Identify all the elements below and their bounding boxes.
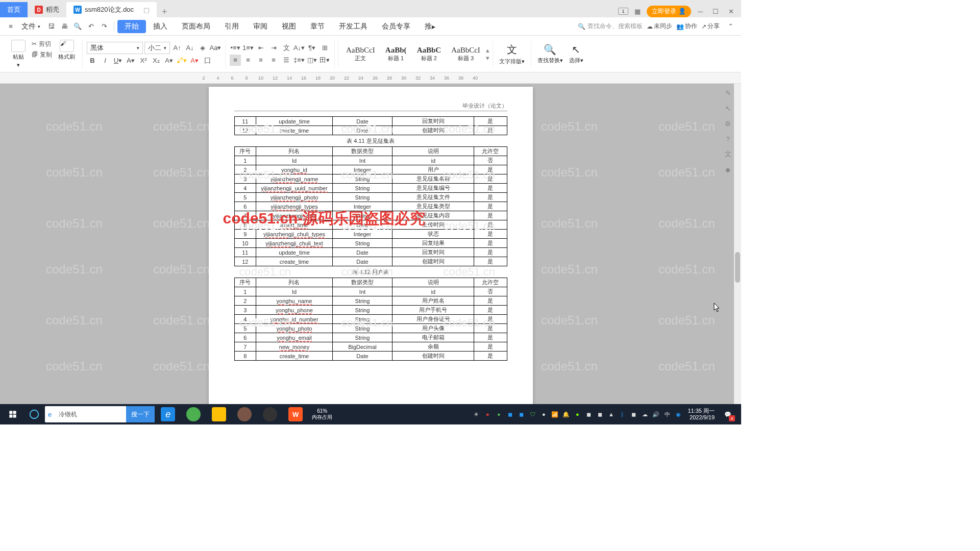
- share-button[interactable]: ↗ 分享: [701, 22, 720, 31]
- copy-button[interactable]: 🗐 复制: [32, 51, 52, 59]
- redo-icon[interactable]: ↷: [99, 21, 110, 32]
- scroll-thumb[interactable]: [735, 252, 740, 283]
- undo-icon[interactable]: ↶: [85, 21, 96, 32]
- table-412[interactable]: 序号列名数据类型说明允许空 1IdIntid否2yonghu_nameStrin…: [234, 278, 507, 361]
- table-411[interactable]: 序号列名数据类型说明允许空 1IdIntid否2yonghu_idInteger…: [234, 146, 507, 266]
- increase-font-icon[interactable]: A↑: [172, 42, 183, 54]
- document-page[interactable]: code51.cn-源码乐园盗图必究 code51.cn code51.cn c…: [209, 87, 533, 411]
- ai-icon[interactable]: ◆: [723, 164, 733, 174]
- menu-references[interactable]: 引用: [217, 17, 246, 36]
- underline-button[interactable]: U▾: [112, 55, 124, 66]
- notifications-icon[interactable]: 💬4: [720, 406, 736, 422]
- ime-icon[interactable]: 中: [663, 410, 671, 418]
- styles-up-icon[interactable]: ▴: [486, 46, 489, 54]
- highlight-button[interactable]: 🖍▾: [176, 55, 187, 66]
- menu-more[interactable]: 推▸: [418, 17, 443, 36]
- increase-indent-icon[interactable]: ⇥: [268, 42, 279, 54]
- translate-icon[interactable]: 文: [723, 149, 733, 159]
- italic-button[interactable]: I: [100, 55, 111, 66]
- sort-icon[interactable]: A↓▾: [293, 42, 305, 54]
- bell-icon[interactable]: 🔔: [562, 410, 570, 418]
- print-icon[interactable]: 🖶: [59, 21, 70, 32]
- tab-document[interactable]: Wssm820论文.doc ▢: [66, 2, 157, 17]
- search-input[interactable]: 冷镦机: [55, 410, 126, 419]
- tray-icon[interactable]: ◼: [629, 410, 638, 418]
- help-icon[interactable]: ?: [723, 134, 733, 144]
- styles-gallery[interactable]: AaBbCcI正文 AaBb(标题 1 AaBbC标题 2 AaBbCcI标题 …: [341, 43, 489, 65]
- tray-icon[interactable]: ◼: [517, 410, 525, 418]
- menu-devtools[interactable]: 开发工具: [332, 17, 375, 36]
- select-button[interactable]: ↖选择▾: [566, 43, 586, 64]
- line-spacing-icon[interactable]: ‡≡▾: [293, 55, 305, 66]
- task-app2[interactable]: [258, 405, 282, 423]
- ruler[interactable]: 246810121416182022242628303234363840: [0, 72, 741, 84]
- text-layout-button[interactable]: 文文字排版▾: [496, 43, 528, 65]
- close-button[interactable]: ✕: [725, 5, 737, 17]
- wifi-icon[interactable]: 📶: [551, 410, 559, 418]
- document-area[interactable]: code51.cn code51.cn code51.cn code51.cn …: [0, 84, 741, 411]
- clear-format-icon[interactable]: ◈: [197, 42, 208, 54]
- tray-icon[interactable]: ◉: [674, 410, 682, 418]
- menu-insert[interactable]: 插入: [146, 17, 175, 36]
- superscript-button[interactable]: X²: [138, 55, 149, 66]
- tray-icon[interactable]: ◼: [596, 410, 604, 418]
- asian-layout-icon[interactable]: 文: [281, 42, 292, 54]
- style-h1[interactable]: AaBb(标题 1: [381, 43, 411, 65]
- tray-icon[interactable]: ◼: [584, 410, 593, 418]
- font-select[interactable]: 黑体▾: [87, 42, 143, 54]
- format-painter-button[interactable]: 🖌格式刷: [55, 40, 78, 68]
- numbering-icon[interactable]: 1≡▾: [242, 42, 254, 54]
- bluetooth-icon[interactable]: ᛒ: [618, 410, 626, 418]
- tab-overflow-icon[interactable]: ▢: [143, 6, 150, 14]
- taskbar-search[interactable]: e 冷镦机 搜一下: [45, 406, 155, 422]
- font-size-select[interactable]: 小二▾: [144, 42, 170, 54]
- menu-section[interactable]: 章节: [303, 17, 332, 36]
- preview-icon[interactable]: 🔍: [72, 21, 83, 32]
- menu-icon[interactable]: ≡: [5, 21, 16, 32]
- pen-icon[interactable]: ✎: [723, 88, 733, 98]
- align-center-icon[interactable]: ≡: [242, 55, 254, 66]
- task-explorer[interactable]: [207, 405, 231, 423]
- bold-button[interactable]: B: [87, 55, 98, 66]
- pointer-icon[interactable]: ↖: [723, 103, 733, 113]
- tray-icon[interactable]: ●: [483, 410, 492, 418]
- tray-icon[interactable]: ●: [495, 410, 503, 418]
- weather-icon[interactable]: ☀: [472, 410, 480, 418]
- memory-widget[interactable]: 61%内存占用: [309, 408, 335, 421]
- tray-icon[interactable]: ●: [540, 410, 548, 418]
- search-command[interactable]: 🔍 查找命令、搜索模板: [578, 22, 643, 31]
- borders-icon[interactable]: 田▾: [319, 55, 330, 66]
- tray-icon[interactable]: ●: [573, 410, 581, 418]
- settings-icon[interactable]: ⚙: [723, 118, 733, 129]
- search-button[interactable]: 搜一下: [126, 406, 155, 422]
- menu-view[interactable]: 视图: [275, 17, 303, 36]
- table-pre[interactable]: 11update_timeDate回复时间是12create_timeDate创…: [234, 116, 507, 135]
- show-marks-icon[interactable]: ¶▾: [306, 42, 317, 54]
- tray-icon[interactable]: ◼: [506, 410, 514, 418]
- tray-icon[interactable]: ▲: [607, 410, 615, 418]
- align-left-icon[interactable]: ≡: [230, 55, 241, 66]
- minimize-button[interactable]: ─: [694, 5, 706, 17]
- coop-button[interactable]: 👥 协作: [676, 22, 697, 31]
- decrease-indent-icon[interactable]: ⇤: [255, 42, 266, 54]
- menu-start[interactable]: 开始: [117, 20, 146, 33]
- menu-review[interactable]: 审阅: [246, 17, 275, 36]
- bullets-icon[interactable]: •≡▾: [230, 42, 241, 54]
- volume-icon[interactable]: 🔊: [652, 410, 660, 418]
- sync-status[interactable]: ☁ 未同步: [647, 22, 672, 31]
- maximize-button[interactable]: ☐: [709, 5, 722, 17]
- apps-icon[interactable]: ▦: [631, 5, 644, 17]
- justify-icon[interactable]: ≡: [268, 55, 279, 66]
- layout-mode-icon[interactable]: 1: [618, 8, 628, 15]
- task-ie[interactable]: e: [156, 405, 180, 423]
- tab-doke[interactable]: D稻壳: [28, 2, 66, 17]
- tab-home[interactable]: 首页: [0, 2, 28, 17]
- style-h2[interactable]: AaBbC标题 2: [412, 43, 446, 65]
- cut-button[interactable]: ✂ 剪切: [32, 40, 52, 48]
- char-border-button[interactable]: 囗: [202, 55, 213, 66]
- text-effect-button[interactable]: A▾: [163, 55, 175, 66]
- style-normal[interactable]: AaBbCcI正文: [341, 43, 380, 65]
- expand-icon[interactable]: ⌃: [725, 21, 736, 32]
- onedrive-icon[interactable]: ☁: [641, 410, 649, 418]
- strike-button[interactable]: A̶▾: [125, 55, 136, 66]
